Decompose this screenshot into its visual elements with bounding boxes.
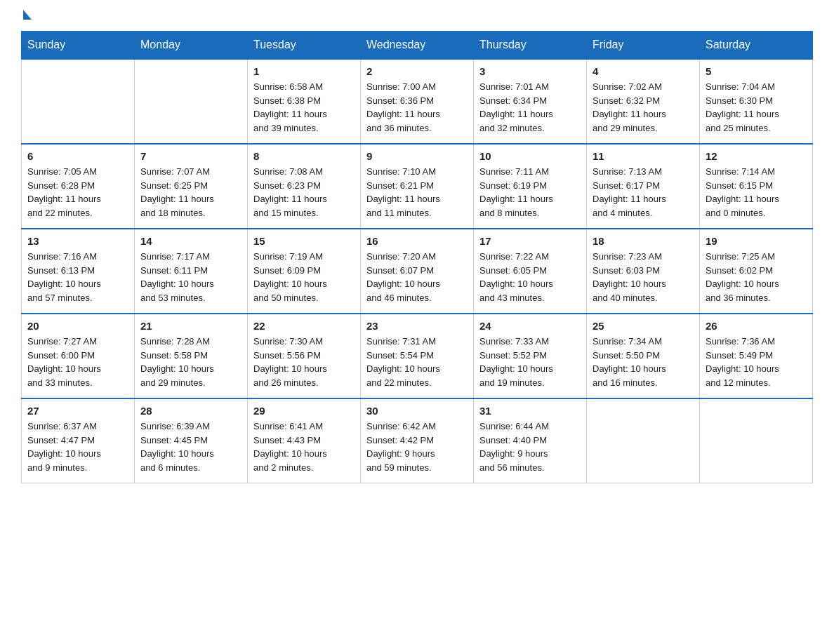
day-info: Sunrise: 7:16 AM Sunset: 6:13 PM Dayligh… <box>27 250 128 304</box>
calendar-cell: 31Sunrise: 6:44 AM Sunset: 4:40 PM Dayli… <box>474 398 587 483</box>
calendar-week-row: 6Sunrise: 7:05 AM Sunset: 6:28 PM Daylig… <box>22 144 813 229</box>
calendar-cell: 10Sunrise: 7:11 AM Sunset: 6:19 PM Dayli… <box>474 144 587 229</box>
day-number: 28 <box>140 405 241 417</box>
weekday-header-monday: Monday <box>135 32 248 60</box>
day-number: 16 <box>366 235 468 247</box>
calendar-cell: 7Sunrise: 7:07 AM Sunset: 6:25 PM Daylig… <box>135 144 248 229</box>
day-number: 30 <box>366 405 468 417</box>
calendar-cell: 15Sunrise: 7:19 AM Sunset: 6:09 PM Dayli… <box>248 229 361 314</box>
day-info: Sunrise: 7:05 AM Sunset: 6:28 PM Dayligh… <box>27 165 128 220</box>
day-number: 12 <box>706 150 807 162</box>
calendar-cell: 9Sunrise: 7:10 AM Sunset: 6:21 PM Daylig… <box>361 144 474 229</box>
calendar-cell: 1Sunrise: 6:58 AM Sunset: 6:38 PM Daylig… <box>248 59 361 144</box>
day-number: 25 <box>593 320 694 332</box>
day-info: Sunrise: 7:11 AM Sunset: 6:19 PM Dayligh… <box>479 165 581 220</box>
day-info: Sunrise: 6:42 AM Sunset: 4:42 PM Dayligh… <box>366 420 468 474</box>
day-info: Sunrise: 7:04 AM Sunset: 6:30 PM Dayligh… <box>706 80 807 135</box>
weekday-header-saturday: Saturday <box>700 32 813 60</box>
day-info: Sunrise: 7:02 AM Sunset: 6:32 PM Dayligh… <box>593 80 694 135</box>
calendar-cell: 28Sunrise: 6:39 AM Sunset: 4:45 PM Dayli… <box>135 398 248 483</box>
calendar-week-row: 27Sunrise: 6:37 AM Sunset: 4:47 PM Dayli… <box>22 398 813 483</box>
day-info: Sunrise: 7:36 AM Sunset: 5:49 PM Dayligh… <box>706 335 807 389</box>
day-number: 5 <box>706 65 807 77</box>
day-number: 19 <box>706 235 807 247</box>
calendar-cell: 8Sunrise: 7:08 AM Sunset: 6:23 PM Daylig… <box>248 144 361 229</box>
calendar-cell: 16Sunrise: 7:20 AM Sunset: 6:07 PM Dayli… <box>361 229 474 314</box>
weekday-header-sunday: Sunday <box>22 32 135 60</box>
calendar-week-row: 20Sunrise: 7:27 AM Sunset: 6:00 PM Dayli… <box>22 314 813 398</box>
day-info: Sunrise: 6:37 AM Sunset: 4:47 PM Dayligh… <box>27 420 128 474</box>
day-info: Sunrise: 7:33 AM Sunset: 5:52 PM Dayligh… <box>479 335 581 389</box>
day-number: 20 <box>27 320 128 332</box>
calendar-cell: 26Sunrise: 7:36 AM Sunset: 5:49 PM Dayli… <box>700 314 813 398</box>
calendar-table: SundayMondayTuesdayWednesdayThursdayFrid… <box>21 31 813 483</box>
day-info: Sunrise: 6:39 AM Sunset: 4:45 PM Dayligh… <box>140 420 241 474</box>
day-number: 6 <box>27 150 128 162</box>
day-number: 31 <box>479 405 581 417</box>
calendar-cell: 22Sunrise: 7:30 AM Sunset: 5:56 PM Dayli… <box>248 314 361 398</box>
day-info: Sunrise: 7:08 AM Sunset: 6:23 PM Dayligh… <box>253 165 355 220</box>
calendar-week-row: 1Sunrise: 6:58 AM Sunset: 6:38 PM Daylig… <box>22 59 813 144</box>
calendar-cell: 24Sunrise: 7:33 AM Sunset: 5:52 PM Dayli… <box>474 314 587 398</box>
calendar-cell: 20Sunrise: 7:27 AM Sunset: 6:00 PM Dayli… <box>22 314 135 398</box>
day-info: Sunrise: 7:28 AM Sunset: 5:58 PM Dayligh… <box>140 335 241 389</box>
weekday-header-thursday: Thursday <box>474 32 587 60</box>
day-info: Sunrise: 7:25 AM Sunset: 6:02 PM Dayligh… <box>706 250 807 304</box>
calendar-cell <box>135 59 248 144</box>
weekday-header-tuesday: Tuesday <box>248 32 361 60</box>
calendar-cell: 3Sunrise: 7:01 AM Sunset: 6:34 PM Daylig… <box>474 59 587 144</box>
day-number: 18 <box>593 235 694 247</box>
calendar-cell: 27Sunrise: 6:37 AM Sunset: 4:47 PM Dayli… <box>22 398 135 483</box>
logo-arrow-icon <box>23 10 32 20</box>
day-number: 15 <box>253 235 355 247</box>
day-info: Sunrise: 7:27 AM Sunset: 6:00 PM Dayligh… <box>27 335 128 389</box>
day-number: 29 <box>253 405 355 417</box>
day-info: Sunrise: 7:22 AM Sunset: 6:05 PM Dayligh… <box>479 250 581 304</box>
calendar-cell: 25Sunrise: 7:34 AM Sunset: 5:50 PM Dayli… <box>587 314 700 398</box>
calendar-cell: 11Sunrise: 7:13 AM Sunset: 6:17 PM Dayli… <box>587 144 700 229</box>
calendar-cell: 6Sunrise: 7:05 AM Sunset: 6:28 PM Daylig… <box>22 144 135 229</box>
calendar-cell <box>700 398 813 483</box>
calendar-cell: 18Sunrise: 7:23 AM Sunset: 6:03 PM Dayli… <box>587 229 700 314</box>
day-number: 14 <box>140 235 241 247</box>
day-info: Sunrise: 6:58 AM Sunset: 6:38 PM Dayligh… <box>253 80 355 135</box>
calendar-cell: 12Sunrise: 7:14 AM Sunset: 6:15 PM Dayli… <box>700 144 813 229</box>
day-number: 27 <box>27 405 128 417</box>
calendar-cell: 4Sunrise: 7:02 AM Sunset: 6:32 PM Daylig… <box>587 59 700 144</box>
day-info: Sunrise: 7:10 AM Sunset: 6:21 PM Dayligh… <box>366 165 468 220</box>
day-info: Sunrise: 7:19 AM Sunset: 6:09 PM Dayligh… <box>253 250 355 304</box>
day-info: Sunrise: 7:31 AM Sunset: 5:54 PM Dayligh… <box>366 335 468 389</box>
day-info: Sunrise: 7:23 AM Sunset: 6:03 PM Dayligh… <box>593 250 694 304</box>
day-info: Sunrise: 7:07 AM Sunset: 6:25 PM Dayligh… <box>140 165 241 220</box>
day-info: Sunrise: 7:13 AM Sunset: 6:17 PM Dayligh… <box>593 165 694 220</box>
calendar-cell: 21Sunrise: 7:28 AM Sunset: 5:58 PM Dayli… <box>135 314 248 398</box>
day-info: Sunrise: 7:00 AM Sunset: 6:36 PM Dayligh… <box>366 80 468 135</box>
day-number: 26 <box>706 320 807 332</box>
day-number: 7 <box>140 150 241 162</box>
day-number: 21 <box>140 320 241 332</box>
page-header <box>21 14 813 24</box>
day-number: 13 <box>27 235 128 247</box>
day-number: 23 <box>366 320 468 332</box>
calendar-cell: 23Sunrise: 7:31 AM Sunset: 5:54 PM Dayli… <box>361 314 474 398</box>
day-info: Sunrise: 7:14 AM Sunset: 6:15 PM Dayligh… <box>706 165 807 220</box>
day-info: Sunrise: 7:17 AM Sunset: 6:11 PM Dayligh… <box>140 250 241 304</box>
day-number: 1 <box>253 65 355 77</box>
logo <box>21 14 32 24</box>
weekday-header-friday: Friday <box>587 32 700 60</box>
day-number: 24 <box>479 320 581 332</box>
day-number: 22 <box>253 320 355 332</box>
calendar-week-row: 13Sunrise: 7:16 AM Sunset: 6:13 PM Dayli… <box>22 229 813 314</box>
weekday-header-row: SundayMondayTuesdayWednesdayThursdayFrid… <box>22 32 813 60</box>
day-number: 3 <box>479 65 581 77</box>
day-info: Sunrise: 7:20 AM Sunset: 6:07 PM Dayligh… <box>366 250 468 304</box>
calendar-cell <box>587 398 700 483</box>
calendar-cell: 14Sunrise: 7:17 AM Sunset: 6:11 PM Dayli… <box>135 229 248 314</box>
day-number: 9 <box>366 150 468 162</box>
calendar-cell <box>22 59 135 144</box>
calendar-cell: 30Sunrise: 6:42 AM Sunset: 4:42 PM Dayli… <box>361 398 474 483</box>
calendar-cell: 2Sunrise: 7:00 AM Sunset: 6:36 PM Daylig… <box>361 59 474 144</box>
day-number: 4 <box>593 65 694 77</box>
calendar-cell: 13Sunrise: 7:16 AM Sunset: 6:13 PM Dayli… <box>22 229 135 314</box>
day-info: Sunrise: 6:44 AM Sunset: 4:40 PM Dayligh… <box>479 420 581 474</box>
